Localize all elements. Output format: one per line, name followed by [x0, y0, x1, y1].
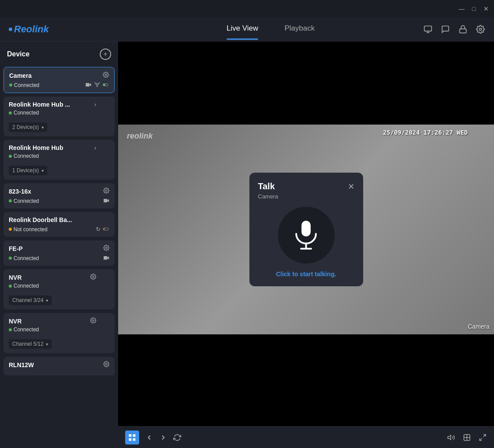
status-dot-823: [9, 199, 12, 202]
gear-icon-nvr1[interactable]: [90, 274, 96, 281]
title-bar-controls: — □ ✕: [458, 5, 490, 12]
next-button[interactable]: [159, 434, 167, 441]
title-bar: — □ ✕: [0, 0, 494, 17]
device-item-camera[interactable]: Camera Connected: [4, 67, 115, 93]
svg-rect-19: [129, 434, 132, 437]
refresh-icon-doorbell: ↻: [96, 226, 101, 233]
talk-device-name: Camera: [258, 193, 354, 200]
talk-title: Talk: [258, 181, 275, 191]
logo-text: Reolink: [14, 24, 49, 35]
device-status-823: Connected: [9, 198, 39, 204]
camera-icon-823: [103, 198, 109, 204]
svg-point-15: [105, 363, 107, 365]
dropdown-nvr2[interactable]: Channel 5/12 ▾: [9, 339, 52, 349]
volume-button[interactable]: [447, 434, 455, 441]
account-icon[interactable]: [423, 24, 433, 34]
refresh-button[interactable]: [173, 434, 181, 441]
header: Reolink Live View Playback: [0, 17, 494, 42]
svg-rect-3: [460, 29, 466, 33]
status-dot-doorbell: [9, 228, 12, 231]
fullscreen-button[interactable]: [478, 434, 487, 441]
add-device-button[interactable]: +: [100, 49, 111, 60]
status-dot-hub1: [9, 111, 12, 115]
device-status-doorbell: Not connected: [9, 226, 47, 233]
close-button[interactable]: ✕: [483, 5, 490, 12]
wifi-icon: [94, 82, 100, 88]
gear-icon-nvr2[interactable]: [90, 317, 96, 325]
logo: Reolink: [0, 24, 118, 35]
device-item-nvr2[interactable]: NVR Connected Channel 5/12 ▾: [4, 313, 115, 353]
status-dot-nvr2: [9, 328, 12, 331]
video-bottom-black: [118, 334, 494, 426]
device-icons-camera: [85, 82, 109, 88]
gear-icon-rln12w[interactable]: [103, 361, 109, 368]
device-status-hub1: Connected: [9, 110, 96, 116]
tab-playback[interactable]: Playback: [284, 24, 315, 35]
device-item-nvr1[interactable]: NVR Connected Channel 3/24 ▾: [4, 269, 115, 309]
svg-point-6: [97, 86, 97, 87]
svg-rect-16: [301, 221, 311, 236]
sidebar: Device + Camera Connected: [0, 42, 118, 448]
layout-button[interactable]: [462, 434, 471, 441]
settings-icon[interactable]: [476, 24, 485, 34]
gear-icon-823[interactable]: [103, 188, 109, 195]
svg-marker-23: [448, 435, 451, 440]
svg-rect-0: [424, 26, 432, 31]
device-item-hub2[interactable]: Reolink Home Hub › Connected 1 Device(s)…: [4, 140, 115, 180]
nav-tabs: Live View Playback: [118, 24, 423, 35]
device-name-nvr2: NVR: [9, 318, 22, 325]
gear-icon-fep[interactable]: [103, 245, 109, 252]
dropdown-hub2[interactable]: 1 Device(s) ▾: [9, 166, 47, 175]
svg-point-13: [92, 276, 94, 278]
tab-live-view[interactable]: Live View: [227, 24, 258, 35]
expand-arrow-hub2: ›: [94, 144, 96, 151]
device-item-fep[interactable]: FE-P Connected: [4, 240, 115, 266]
device-name-hub1: Reolink Home Hub ...: [9, 101, 70, 108]
maximize-button[interactable]: □: [470, 5, 477, 12]
svg-line-28: [480, 438, 482, 440]
device-item-823[interactable]: 823-16x Connected: [4, 183, 115, 208]
svg-rect-20: [133, 434, 136, 437]
header-icons: [423, 24, 494, 34]
battery-icon-doorbell: [103, 226, 109, 233]
minimize-button[interactable]: —: [458, 5, 465, 12]
svg-rect-8: [103, 84, 105, 86]
device-status-nvr1: Connected: [9, 283, 96, 289]
camera-icon-fep: [103, 255, 109, 261]
device-name-camera: Camera: [9, 72, 32, 79]
toolbar-left: [125, 431, 181, 445]
sidebar-title: Device: [7, 50, 30, 58]
device-status-fep: Connected: [9, 255, 39, 261]
svg-line-27: [483, 434, 486, 437]
device-item-hub1[interactable]: Reolink Home Hub ... › Connected 2 Devic…: [4, 97, 115, 136]
expand-arrow-hub1: ›: [94, 101, 96, 108]
device-status-nvr2: Connected: [9, 326, 96, 333]
svg-point-12: [105, 247, 107, 249]
sidebar-header: Device +: [0, 42, 118, 65]
svg-rect-21: [129, 438, 132, 441]
message-icon[interactable]: [441, 24, 450, 34]
video-timestamp: 25/09/2024 17:26:27 WED: [383, 129, 468, 136]
talk-mic-button[interactable]: [278, 207, 335, 264]
camera-icon: [85, 82, 91, 88]
dropdown-nvr1[interactable]: Channel 3/24 ▾: [9, 295, 52, 305]
status-dot-nvr1: [9, 285, 12, 288]
video-watermark: reolink: [127, 132, 153, 141]
gear-icon-camera[interactable]: [103, 72, 109, 79]
device-item-rln12w[interactable]: RLN12W: [4, 357, 115, 375]
svg-point-5: [105, 74, 107, 76]
device-item-doorbell[interactable]: Reolink Doorbell Ba... Not connected ↻: [4, 212, 115, 237]
grid-view-button[interactable]: [125, 431, 139, 445]
talk-close-button[interactable]: ✕: [348, 182, 354, 191]
device-name-rln12w: RLN12W: [9, 361, 34, 368]
dropdown-hub1[interactable]: 2 Device(s) ▾: [9, 122, 47, 132]
svg-point-14: [92, 320, 94, 321]
video-camera-label: Camera: [468, 323, 490, 330]
device-status-hub2: Connected: [9, 153, 96, 159]
device-name-hub2: Reolink Home Hub: [9, 144, 63, 151]
prev-button[interactable]: [145, 434, 153, 441]
lock-icon[interactable]: [458, 24, 468, 34]
video-top-black: [118, 42, 494, 125]
device-status-camera: Connected: [9, 82, 39, 88]
device-name-fep: FE-P: [9, 245, 23, 252]
